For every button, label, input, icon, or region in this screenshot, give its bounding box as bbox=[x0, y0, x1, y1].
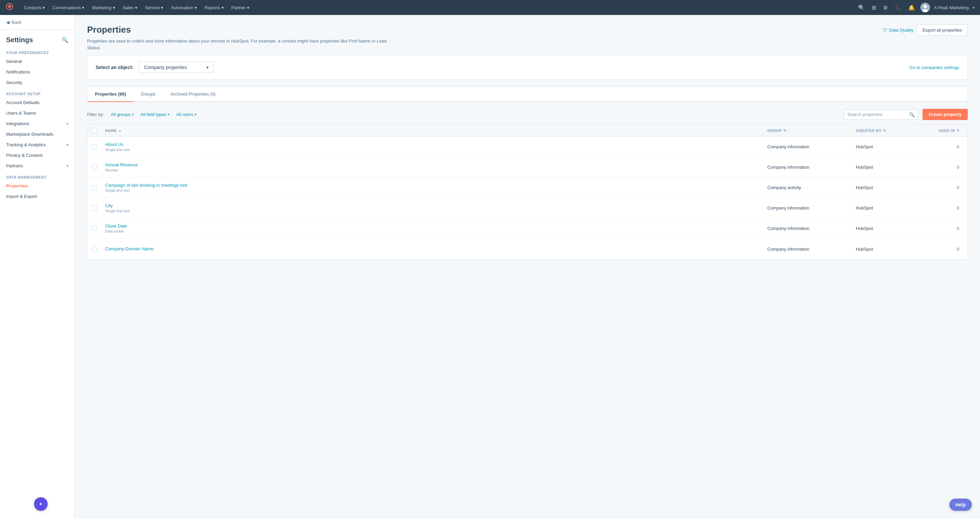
phone-icon[interactable]: 📞 bbox=[893, 3, 903, 12]
row-checkbox-5 bbox=[88, 243, 101, 256]
th-group[interactable]: GROUP ⇅ bbox=[763, 128, 852, 133]
row-2-name[interactable]: Campaign of last booking in meetings too… bbox=[105, 183, 187, 188]
tabs-row: Properties (90) Groups Archived Properti… bbox=[87, 86, 968, 102]
row-0-name[interactable]: About Us bbox=[105, 142, 123, 147]
sidebar: ◀ Back Settings 🔍 Your Preferences Gener… bbox=[0, 15, 75, 519]
avatar[interactable] bbox=[920, 3, 930, 12]
object-selected-value: Company properties bbox=[144, 65, 187, 70]
row-1-group: Company information bbox=[763, 160, 852, 174]
hubspot-logo[interactable] bbox=[5, 2, 14, 13]
table-row: Company Domain Name Company information … bbox=[88, 239, 967, 259]
go-to-companies-settings-link[interactable]: Go to companies settings bbox=[909, 65, 959, 70]
account-setup-section: Account Setup bbox=[0, 88, 75, 97]
back-button[interactable]: ◀ Back bbox=[0, 15, 75, 30]
nav-conversations[interactable]: Conversations ▾ bbox=[49, 3, 88, 12]
row-checkbox-0 bbox=[88, 140, 101, 153]
row-3-group: Company information bbox=[763, 202, 852, 214]
select-all-checkbox[interactable] bbox=[92, 128, 97, 133]
row-2-name-cell: Campaign of last booking in meetings too… bbox=[101, 179, 763, 197]
account-name[interactable]: A Peak Marketing bbox=[934, 5, 969, 10]
sidebar-item-notifications[interactable]: Notifications bbox=[0, 67, 75, 77]
row-3-name-cell: City Single-line text bbox=[101, 199, 763, 217]
table-row: Close Date Date picker Company informati… bbox=[88, 218, 967, 239]
row-2-type: Single-line text bbox=[105, 189, 130, 192]
th-used-in-label: USED IN bbox=[939, 129, 955, 133]
tracking-chevron: ▾ bbox=[66, 143, 68, 147]
nav-automation[interactable]: Automation ▾ bbox=[167, 3, 200, 12]
sidebar-item-users-teams[interactable]: Users & Teams bbox=[0, 108, 75, 118]
row-5-checkbox[interactable] bbox=[92, 247, 97, 252]
sidebar-item-tracking[interactable]: Tracking & Analytics ▾ bbox=[0, 140, 75, 150]
integrations-chevron: ▾ bbox=[66, 121, 68, 126]
table-row: Campaign of last booking in meetings too… bbox=[88, 178, 967, 198]
sidebar-item-account-defaults[interactable]: Account Defaults bbox=[0, 97, 75, 108]
row-0-name-cell: About Us Single-line text bbox=[101, 138, 763, 156]
row-3-name[interactable]: City bbox=[105, 203, 113, 208]
row-1-name[interactable]: Annual Revenue bbox=[105, 162, 138, 167]
data-quality-label: Data Quality bbox=[889, 27, 914, 33]
nav-marketing[interactable]: Marketing ▾ bbox=[89, 3, 118, 12]
th-checkbox bbox=[88, 128, 101, 133]
select-object-label: Select an object: bbox=[95, 65, 134, 70]
nav-service[interactable]: Service ▾ bbox=[142, 3, 167, 12]
apps-icon[interactable]: ⊞ bbox=[870, 3, 878, 12]
th-name[interactable]: NAME ▲ bbox=[101, 128, 763, 133]
object-dropdown[interactable]: Company properties ▾ bbox=[139, 62, 214, 73]
sidebar-item-integrations[interactable]: Integrations ▾ bbox=[0, 118, 75, 129]
row-2-checkbox[interactable] bbox=[92, 185, 97, 190]
th-created-by[interactable]: CREATED BY ⇅ bbox=[852, 128, 920, 133]
search-icon[interactable]: 🔍 bbox=[857, 3, 866, 12]
row-1-checkbox[interactable] bbox=[92, 165, 97, 170]
svg-point-2 bbox=[924, 5, 927, 8]
nav-sales[interactable]: Sales ▾ bbox=[119, 3, 141, 12]
sidebar-item-properties[interactable]: Properties bbox=[0, 181, 75, 191]
top-navigation: Contacts ▾ Conversations ▾ Marketing ▾ S… bbox=[0, 0, 980, 15]
row-0-group: Company information bbox=[763, 140, 852, 153]
tab-groups[interactable]: Groups bbox=[134, 87, 163, 102]
data-quality-button[interactable]: 🛡 Data Quality bbox=[883, 27, 914, 33]
nav-right: 🔍 ⊞ ⚙ 📞 🔔 A Peak Marketing ▾ bbox=[857, 3, 975, 12]
row-4-name[interactable]: Close Date bbox=[105, 224, 127, 229]
all-groups-chevron: ▾ bbox=[132, 113, 134, 116]
settings-icon[interactable]: ⚙ bbox=[882, 3, 889, 12]
create-property-button[interactable]: Create property bbox=[923, 109, 968, 120]
partners-chevron: ▾ bbox=[66, 163, 68, 168]
nav-partner[interactable]: Partner ▾ bbox=[228, 3, 253, 12]
table-header: NAME ▲ GROUP ⇅ CREATED BY ⇅ USED IN ⇅ bbox=[88, 124, 967, 137]
sidebar-item-import-export[interactable]: Import & Export bbox=[0, 191, 75, 202]
sidebar-item-general[interactable]: General bbox=[0, 56, 75, 67]
row-2-created-by: HubSpot bbox=[852, 181, 920, 194]
ai-widget[interactable]: ✦ bbox=[34, 497, 48, 511]
sidebar-item-security[interactable]: Security bbox=[0, 77, 75, 88]
back-arrow: ◀ bbox=[6, 20, 10, 25]
filter-all-groups[interactable]: All groups ▾ bbox=[108, 110, 137, 119]
th-used-in[interactable]: USED IN ⇅ bbox=[920, 128, 967, 133]
filter-all-users[interactable]: All users ▾ bbox=[173, 110, 200, 119]
sidebar-item-marketplace[interactable]: Marketplace Downloads bbox=[0, 129, 75, 140]
sidebar-item-privacy[interactable]: Privacy & Consent bbox=[0, 150, 75, 160]
row-0-checkbox[interactable] bbox=[92, 144, 97, 149]
sidebar-search-icon[interactable]: 🔍 bbox=[62, 37, 68, 43]
sidebar-item-partners[interactable]: Partners ▾ bbox=[0, 160, 75, 171]
search-properties-wrapper: 🔍 bbox=[843, 110, 918, 120]
row-4-checkbox[interactable] bbox=[92, 226, 97, 231]
row-5-name-cell: Company Domain Name bbox=[101, 242, 763, 256]
help-button[interactable]: Help bbox=[950, 498, 972, 511]
properties-table: NAME ▲ GROUP ⇅ CREATED BY ⇅ USED IN ⇅ bbox=[87, 124, 968, 259]
filter-by-label: Filter by: bbox=[87, 112, 104, 117]
tab-archived[interactable]: Archived Properties (0) bbox=[163, 87, 223, 102]
filter-all-groups-label: All groups bbox=[111, 112, 130, 117]
tab-properties[interactable]: Properties (90) bbox=[88, 87, 134, 102]
nav-contacts[interactable]: Contacts ▾ bbox=[21, 3, 48, 12]
export-button[interactable]: Export all properties bbox=[917, 24, 968, 36]
search-input[interactable] bbox=[847, 112, 906, 117]
row-3-checkbox[interactable] bbox=[92, 205, 97, 211]
nav-reports[interactable]: Reports ▾ bbox=[201, 3, 227, 12]
filter-all-field-types[interactable]: All field types ▾ bbox=[137, 110, 173, 119]
row-4-used-in: 0 bbox=[920, 222, 967, 235]
row-5-name[interactable]: Company Domain Name bbox=[105, 246, 153, 251]
notifications-icon[interactable]: 🔔 bbox=[907, 3, 916, 12]
data-management-section: Data Management bbox=[0, 171, 75, 181]
all-users-chevron: ▾ bbox=[195, 113, 196, 116]
filters-row: Filter by: All groups ▾ All field types … bbox=[87, 109, 968, 120]
